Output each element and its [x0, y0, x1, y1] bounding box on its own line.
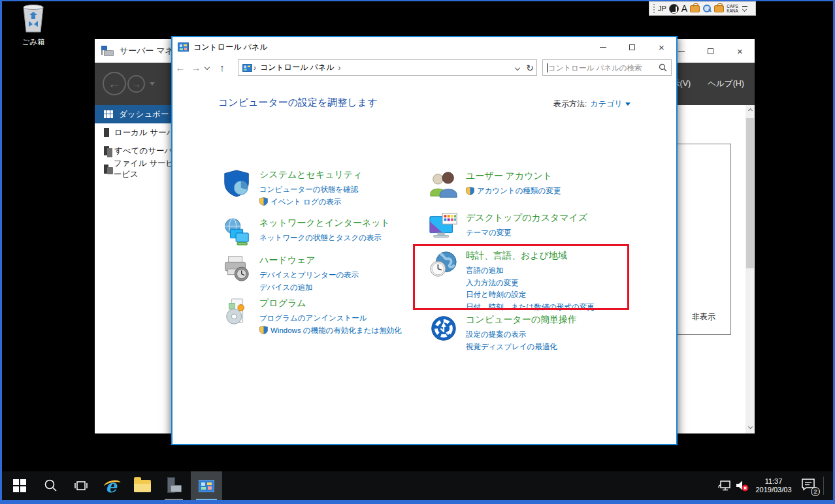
volume-tray-button[interactable]: [734, 471, 750, 500]
address-dropdown-icon[interactable]: [515, 65, 520, 70]
task-link[interactable]: アカウントの種類の変更: [466, 185, 561, 197]
task-link[interactable]: プログラムのアンインストール: [259, 312, 402, 324]
view-by-dropdown-icon[interactable]: [625, 102, 630, 106]
search-box[interactable]: [542, 59, 672, 76]
langbar-options-icon[interactable]: [742, 6, 747, 11]
sm-close-button[interactable]: ×: [725, 39, 755, 63]
task-link[interactable]: デバイスの追加: [259, 281, 359, 294]
task-view-button[interactable]: [67, 471, 95, 500]
recycle-bin-shortcut[interactable]: ごみ箱: [12, 3, 55, 47]
up-button[interactable]: ↑: [214, 62, 230, 73]
caps-kana-indicator[interactable]: CAPS KANA: [727, 4, 738, 13]
personalization-icon[interactable]: [429, 212, 459, 242]
control-panel-titlebar[interactable]: コントロール パネル ×: [172, 37, 676, 57]
category-title[interactable]: 時計、言語、および地域: [466, 249, 595, 262]
conversion-mode-letter[interactable]: A: [681, 3, 687, 14]
uac-shield-icon: [259, 326, 268, 334]
category-title[interactable]: コンピューターの簡単操作: [466, 313, 577, 326]
task-link[interactable]: 日付と時刻の設定: [466, 289, 595, 301]
recent-pages-dropdown-icon[interactable]: [205, 64, 210, 69]
breadcrumb-chevron-icon: ›: [254, 63, 256, 72]
task-link[interactable]: 言語の追加: [466, 264, 595, 277]
close-icon: ×: [737, 46, 743, 56]
text-caret: [547, 63, 548, 72]
back-icon: ←: [108, 76, 121, 91]
task-link[interactable]: コンピューターの状態を確認: [259, 183, 363, 196]
user-accounts-icon[interactable]: [429, 170, 459, 200]
category-title[interactable]: プログラム: [259, 297, 402, 309]
network-tray-button[interactable]: [717, 471, 732, 500]
cp-close-button[interactable]: ×: [647, 37, 676, 57]
task-link[interactable]: デバイスとプリンターの表示: [259, 269, 359, 281]
breadcrumb[interactable]: コントロール パネル: [260, 62, 335, 73]
search-button[interactable]: [37, 471, 65, 500]
task-link[interactable]: イベント ログの表示: [259, 196, 363, 208]
active-app-indicator: [196, 499, 217, 500]
system-security-icon[interactable]: [222, 168, 252, 198]
scroll-down-icon[interactable]: [747, 426, 753, 431]
ime-pad-icon[interactable]: [690, 5, 700, 12]
network-internet-icon[interactable]: [222, 217, 252, 247]
view-by-label: 表示方法:: [553, 99, 587, 110]
control-panel-taskbar-button[interactable]: [191, 471, 222, 500]
back-button[interactable]: ←: [172, 62, 188, 73]
task-link[interactable]: ネットワークの状態とタスクの表示: [259, 232, 390, 244]
internet-explorer-button[interactable]: e: [97, 471, 125, 500]
hide-button[interactable]: 非表示: [677, 311, 730, 323]
control-panel-title: コントロール パネル: [193, 42, 268, 53]
ease-of-access-icon[interactable]: [429, 313, 459, 343]
input-language-indicator[interactable]: JP: [658, 5, 666, 12]
forward-button[interactable]: →: [188, 62, 204, 73]
task-link[interactable]: 入力方法の変更: [466, 277, 595, 289]
open-app-indicator: [165, 499, 183, 500]
action-center-button[interactable]: 2: [801, 471, 815, 500]
task-link[interactable]: 視覚ディスプレイの最適化: [466, 341, 577, 353]
cp-maximize-button[interactable]: [617, 37, 647, 57]
taskbar: e: [0, 471, 835, 500]
hardware-icon[interactable]: [222, 254, 252, 284]
maximize-icon: [629, 44, 635, 50]
category-title[interactable]: システムとセキュリティ: [259, 168, 363, 181]
ime-mode-icon[interactable]: [669, 4, 679, 14]
sm-history-dropdown-icon[interactable]: [150, 82, 155, 86]
category-appearance: デスクトップのカスタマイズ テーマの変更: [429, 212, 587, 242]
task-link[interactable]: Windows の機能の有効化または無効化: [259, 324, 402, 337]
taskbar-clock[interactable]: 11:37 2019/03/03: [753, 471, 794, 500]
address-bar[interactable]: › コントロール パネル › ↻: [238, 59, 537, 76]
sm-menu-help[interactable]: ヘルプ(H): [708, 78, 744, 89]
sm-back-button[interactable]: ←: [103, 72, 126, 95]
task-link[interactable]: 日付、時刻、または数値の形式の変更: [466, 301, 595, 313]
volume-muted-icon: [734, 479, 750, 493]
notification-badge: 2: [811, 487, 820, 496]
category-title[interactable]: デスクトップのカスタマイズ: [466, 212, 587, 224]
uac-shield-icon: [466, 187, 474, 195]
scroll-up-icon[interactable]: [747, 108, 753, 113]
scrollbar-thumb[interactable]: [746, 118, 754, 268]
sm-vertical-scrollbar[interactable]: [745, 105, 755, 433]
cp-minimize-button[interactable]: [588, 37, 617, 57]
minimize-icon: [678, 51, 685, 52]
language-bar[interactable]: JP A CAPS KANA: [649, 1, 756, 16]
task-link[interactable]: テーマの変更: [466, 227, 587, 239]
file-explorer-button[interactable]: [128, 471, 157, 500]
view-by-value[interactable]: カテゴリ: [590, 99, 622, 110]
maximize-icon: [708, 48, 713, 54]
start-button[interactable]: [5, 471, 34, 500]
category-title[interactable]: ネットワークとインターネット: [259, 217, 390, 229]
refresh-button[interactable]: ↻: [526, 63, 534, 73]
task-link[interactable]: 設定の提案の表示: [466, 328, 577, 341]
sm-forward-button[interactable]: →: [127, 75, 145, 93]
langbar-grip-handle[interactable]: [653, 4, 655, 13]
control-panel-window: コントロール パネル × ← → ↑ › コントロール パネル: [171, 36, 678, 445]
clock-language-region-icon[interactable]: [429, 249, 459, 279]
category-title[interactable]: ユーザー アカウント: [466, 170, 561, 182]
category-ease-of-access: コンピューターの簡単操作 設定の提案の表示 視覚ディスプレイの最適化: [429, 313, 577, 353]
sm-maximize-button[interactable]: [696, 39, 725, 63]
tools-icon[interactable]: [714, 5, 724, 12]
show-desktop-button[interactable]: [825, 471, 835, 500]
category-title[interactable]: ハードウェア: [259, 254, 359, 266]
search-input[interactable]: [548, 64, 646, 72]
dictionary-tool-icon[interactable]: [702, 4, 712, 13]
programs-icon[interactable]: [222, 297, 252, 327]
server-manager-taskbar-button[interactable]: [159, 471, 188, 500]
